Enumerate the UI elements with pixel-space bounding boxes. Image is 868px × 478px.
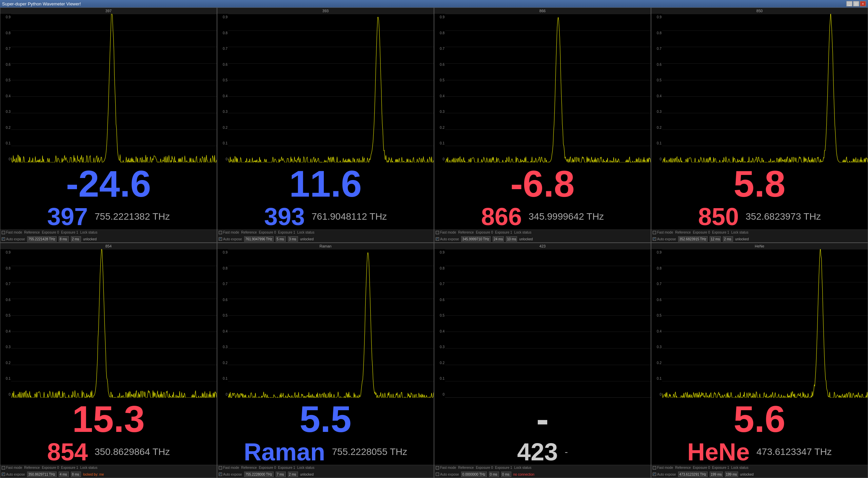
fast-mode-group-393[interactable]: Fast mode — [219, 231, 239, 234]
auto-expose-checkbox-423[interactable] — [436, 473, 439, 476]
channel-header-393: 393 — [217, 8, 434, 14]
signal-area-854 — [11, 249, 217, 398]
channel-id-row-850: 850352.6823973 THz — [651, 204, 868, 230]
channel-header-397: 397 — [0, 8, 217, 14]
auto-expose-group-HeNe[interactable]: Auto expose — [653, 473, 676, 476]
exp0-value-group-423[interactable]: 0 ms — [489, 472, 499, 477]
exp1-value-group-854[interactable]: 8 ms — [71, 472, 81, 477]
auto-expose-checkbox-854[interactable] — [2, 473, 5, 476]
channel-850: 8500.90.80.70.60.50.40.30.20.105.8850352… — [651, 7, 868, 243]
fast-mode-group-397[interactable]: Fast mode — [2, 231, 22, 234]
freq-display-850: 352.6823973 THz — [746, 211, 821, 222]
lock-status-group-866: Lock status — [514, 231, 532, 234]
auto-expose-checkbox-850[interactable] — [653, 237, 656, 241]
app-title: Super-duper Python Wavemeter Viewer! — [2, 1, 81, 6]
minimize-button[interactable]: _ — [846, 1, 852, 6]
freq-value-group-866: 345.9999710 THz — [461, 236, 491, 242]
exp1-value-group-HeNe[interactable]: 199 ms — [725, 472, 738, 477]
exposure1-group-397: Exposure 1 — [61, 231, 78, 234]
big-value-854: 15.3 — [0, 398, 217, 439]
exp1-value-group-Raman[interactable]: 2 ms — [288, 472, 298, 477]
fast-mode-group-850[interactable]: Fast mode — [653, 231, 673, 234]
exp0-value-group-397[interactable]: 8 ms — [59, 236, 69, 242]
exp0-value-group-HeNe[interactable]: 199 ms — [710, 472, 723, 477]
chart-area-866: 0.90.80.70.60.50.40.30.20.10 — [434, 14, 651, 162]
exposure1-group-HeNe: Exposure 1 — [712, 466, 729, 470]
auto-expose-checkbox-Raman[interactable] — [219, 473, 222, 476]
auto-expose-group-854[interactable]: Auto expose — [2, 473, 25, 476]
lock-value-group-HeNe: unlocked — [740, 473, 754, 476]
fast-mode-checkbox-850[interactable] — [653, 231, 656, 234]
chart-area-397: 0.90.80.70.60.50.40.30.20.10 — [0, 14, 217, 162]
big-value-Raman: 5.5 — [217, 398, 434, 439]
freq-value-group-393: 761.9047996 THz — [244, 236, 274, 242]
fast-mode-group-866[interactable]: Fast mode — [436, 231, 456, 234]
reference-group-866: Reference — [458, 231, 474, 234]
fast-mode-checkbox-397[interactable] — [2, 231, 5, 234]
control-bar-850: Fast modeReferenceExposure 0Exposure 1Lo… — [651, 230, 868, 242]
channel-id-row-397: 397755.2221382 THz — [0, 204, 217, 230]
channel-393: 3930.90.80.70.60.50.40.30.20.1011.639376… — [217, 7, 434, 243]
exposure1-group-Raman: Exposure 1 — [278, 466, 295, 470]
title-bar: Super-duper Python Wavemeter Viewer! _ □… — [0, 0, 868, 7]
fast-mode-checkbox-HeNe[interactable] — [653, 466, 656, 470]
exposure0-group-393: Exposure 0 — [259, 231, 276, 234]
auto-expose-group-393[interactable]: Auto expose — [219, 237, 242, 241]
channel-header-Raman: Raman — [217, 243, 434, 249]
y-axis-423: 0.90.80.70.60.50.40.30.20.10 — [434, 249, 445, 398]
auto-expose-group-850[interactable]: Auto expose — [653, 237, 676, 241]
exp0-value-group-850[interactable]: 12 ms — [710, 236, 721, 242]
fast-mode-group-Raman[interactable]: Fast mode — [219, 466, 239, 470]
channel-grid: 3970.90.80.70.60.50.40.30.20.10-24.63977… — [0, 7, 868, 478]
exp1-value-group-423[interactable]: 0 ms — [501, 472, 511, 477]
exp1-value-group-866[interactable]: 10 ms — [506, 236, 517, 242]
exp0-value-group-Raman[interactable]: 7 ms — [276, 472, 286, 477]
big-value-397: -24.6 — [0, 162, 217, 204]
fast-mode-checkbox-Raman[interactable] — [219, 466, 222, 470]
auto-expose-group-397[interactable]: Auto expose — [2, 237, 25, 241]
reference-group-393: Reference — [241, 231, 257, 234]
fast-mode-group-854[interactable]: Fast mode — [2, 466, 22, 470]
exposure0-group-854: Exposure 0 — [42, 466, 59, 470]
auto-expose-checkbox-397[interactable] — [2, 237, 5, 241]
channel-header-866: 866 — [434, 8, 651, 14]
fast-mode-checkbox-866[interactable] — [436, 231, 439, 234]
channel-id-row-393: 393761.9048112 THz — [217, 204, 434, 230]
auto-expose-checkbox-HeNe[interactable] — [653, 473, 656, 476]
channel-header-854: 854 — [0, 243, 217, 249]
exp0-value-group-854[interactable]: 4 ms — [59, 472, 69, 477]
exp1-value-group-850[interactable]: 2 ms — [723, 236, 733, 242]
close-button[interactable]: × — [860, 1, 866, 6]
fast-mode-checkbox-423[interactable] — [436, 466, 439, 470]
fast-mode-checkbox-854[interactable] — [2, 466, 5, 470]
auto-expose-group-Raman[interactable]: Auto expose — [219, 473, 242, 476]
fast-mode-checkbox-393[interactable] — [219, 231, 222, 234]
auto-expose-group-423[interactable]: Auto expose — [436, 473, 459, 476]
channel-id-label-393: 393 — [264, 204, 305, 229]
channel-854: 8540.90.80.70.60.50.40.30.20.1015.385435… — [0, 243, 217, 478]
freq-display-866: 345.9999642 THz — [529, 211, 604, 222]
auto-expose-group-866[interactable]: Auto expose — [436, 237, 459, 241]
exp0-value-group-393[interactable]: 5 ms — [276, 236, 286, 242]
exposure1-group-866: Exposure 1 — [495, 231, 512, 234]
big-value-850: 5.8 — [651, 162, 868, 204]
chart-area-850: 0.90.80.70.60.50.40.30.20.10 — [651, 14, 868, 162]
exp0-value-group-866[interactable]: 24 ms — [493, 236, 504, 242]
exp1-value-group-393[interactable]: 3 ms — [288, 236, 298, 242]
auto-expose-checkbox-866[interactable] — [436, 237, 439, 241]
control-bar-397: Fast modeReferenceExposure 0Exposure 1Lo… — [0, 230, 217, 242]
y-axis-Raman: 0.90.80.70.60.50.40.30.20.10 — [217, 249, 228, 398]
title-bar-controls[interactable]: _ □ × — [846, 1, 866, 6]
auto-expose-checkbox-393[interactable] — [219, 237, 222, 241]
control-bar-Raman: Fast modeReferenceExposure 0Exposure 1Lo… — [217, 465, 434, 478]
fast-mode-group-HeNe[interactable]: Fast mode — [653, 466, 673, 470]
channel-Raman: Raman0.90.80.70.60.50.40.30.20.105.5Rama… — [217, 243, 434, 478]
signal-area-850 — [662, 14, 868, 162]
exp1-value-group-397[interactable]: 2 ms — [71, 236, 81, 242]
fast-mode-group-423[interactable]: Fast mode — [436, 466, 456, 470]
maximize-button[interactable]: □ — [853, 1, 859, 6]
channel-HeNe: HeNe0.90.80.70.60.50.40.30.20.105.6HeNe4… — [651, 243, 868, 478]
channel-header-850: 850 — [651, 8, 868, 14]
big-value-393: 11.6 — [217, 162, 434, 204]
chart-area-423: 0.90.80.70.60.50.40.30.20.10 — [434, 249, 651, 398]
